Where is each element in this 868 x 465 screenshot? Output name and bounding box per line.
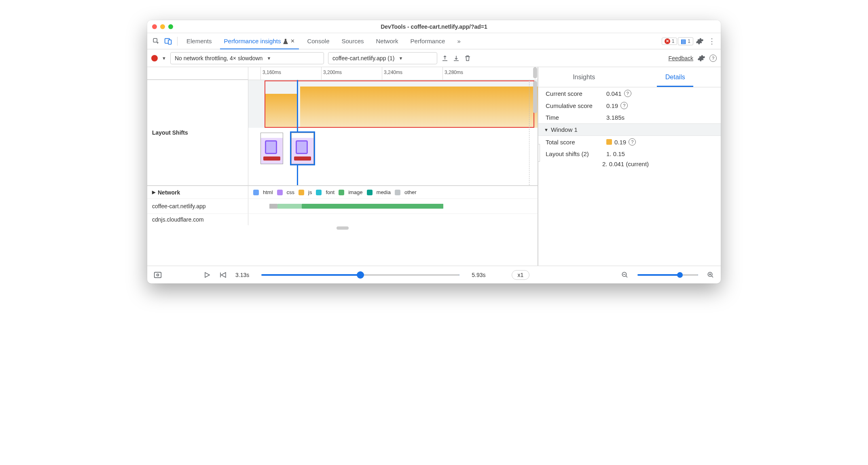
square-icon [606,139,612,145]
time-marker-dashed [529,80,529,185]
ruler-tick: 3,240ms [382,67,404,80]
scrollbar[interactable] [533,81,537,113]
time-ruler[interactable]: 3,160ms 3,200ms 3,240ms 3,280ms [248,67,538,80]
layout-shifts-count-label: Layout shifts (2) [546,150,602,157]
traffic-lights [152,24,173,29]
ruler-tick: 3,280ms [442,67,465,80]
layout-shifts-track[interactable] [248,80,538,185]
details-pane: › Insights Details Current score 0.041? … [538,67,721,266]
settings-icon[interactable] [694,36,705,47]
legend-html-icon [253,190,259,195]
speed-pill[interactable]: x1 [512,270,530,280]
network-legend: html css js font image media other [248,186,538,199]
time-end: 5.93s [472,272,485,278]
help-icon[interactable]: ? [620,102,628,109]
ruler-tick: 3,160ms [260,67,283,80]
throttling-select[interactable]: No network throttling, 4× slowdown▼ [170,52,324,64]
window-title: DevTools - coffee-cart.netlify.app/?ad=1 [147,23,721,30]
cumulative-score-value: 0.19 [606,102,618,109]
playback-footer: 3.13s 5.93s x1 [147,266,721,283]
layout-shift-item[interactable]: 1. 0.15 [606,150,625,157]
zoom-out-icon[interactable] [621,271,629,279]
layout-shift-item[interactable]: 2. 0.041 (current) [538,160,721,168]
current-score-label: Current score [546,90,602,97]
more-icon[interactable]: ⋮ [706,36,718,47]
recording-select[interactable]: coffee-cart.netlify.app (1)▼ [328,52,437,64]
svg-rect-3 [155,272,161,277]
tab-elements[interactable]: Elements [181,33,218,49]
tabs-overflow[interactable]: » [451,33,466,49]
time-value: 3.185s [606,114,625,121]
horizontal-scrollbar[interactable] [147,225,538,231]
legend-js-icon [299,190,304,195]
rewind-icon[interactable] [219,272,227,278]
issues-icon: ▤ [681,38,686,44]
tab-sources[interactable]: Sources [336,33,369,49]
panel-settings-icon[interactable] [697,54,705,62]
timeline-pane: 3,160ms 3,200ms 3,240ms 3,280ms Layout S… [147,67,538,266]
tab-close-icon[interactable]: ✕ [290,38,295,44]
delete-icon[interactable] [464,55,471,62]
play-icon[interactable] [204,272,210,278]
record-dropdown[interactable]: ▼ [162,56,166,61]
tab-details[interactable]: Details [630,67,721,87]
devtools-window: DevTools - coffee-cart.netlify.app/?ad=1… [147,20,721,283]
layout-shifts-row: Layout Shifts [147,80,538,186]
device-toolbar-icon[interactable] [163,36,174,47]
inspect-element-icon[interactable] [150,36,162,47]
import-icon[interactable] [453,55,460,62]
feedback-link[interactable]: Feedback [669,55,693,61]
close-window-button[interactable] [152,24,157,29]
svg-rect-2 [168,40,171,44]
record-button[interactable] [151,55,158,61]
tab-network[interactable]: Network [370,33,404,49]
help-icon[interactable]: ? [709,55,717,62]
legend-media-icon [367,190,373,195]
time-label: Time [546,114,602,121]
titlebar: DevTools - coffee-cart.netlify.app/?ad=1 [147,20,721,33]
screenshot-thumb-selected[interactable] [291,133,314,164]
tab-insights[interactable]: Insights [538,67,630,87]
network-bar[interactable] [253,202,533,210]
window-section-header[interactable]: ▼ Window 1 [538,123,721,136]
legend-image-icon [339,190,344,195]
tab-performance-insights[interactable]: Performance insights ✕ [218,33,301,49]
time-start: 3.13s [235,272,249,278]
ruler-tick: 3,200ms [321,67,343,80]
layout-shifts-label: Layout Shifts [147,80,248,185]
layout-shift-bar[interactable] [265,94,298,128]
total-score-value: 0.19 [614,139,626,146]
network-host[interactable]: coffee-cart.netlify.app [147,199,248,213]
network-label: Network [158,189,180,196]
zoom-slider[interactable] [637,274,698,276]
screenshot-thumb[interactable] [260,133,283,164]
main-content: 3,160ms 3,200ms 3,240ms 3,280ms Layout S… [147,67,721,266]
total-score-label: Total score [546,139,602,146]
legend-css-icon [277,190,283,195]
time-slider[interactable] [261,274,459,276]
error-count-badge[interactable]: ✕ 1 [662,38,677,45]
error-icon: ✕ [665,38,670,44]
issues-count-badge[interactable]: ▤ 1 [678,37,693,45]
help-icon[interactable]: ? [624,90,631,97]
network-host[interactable]: cdnjs.cloudflare.com [147,214,248,225]
minimize-window-button[interactable] [160,24,165,29]
current-score-value: 0.041 [606,90,622,97]
flask-icon [283,38,288,44]
zoom-in-icon[interactable] [707,271,714,279]
svg-point-4 [157,274,159,276]
collapse-icon: ▼ [544,127,548,132]
tab-console[interactable]: Console [301,33,335,49]
expand-icon[interactable]: ▶ [152,190,155,195]
help-icon[interactable]: ? [629,138,636,146]
maximize-window-button[interactable] [168,24,173,29]
panel-expand-handle[interactable]: › [538,144,540,162]
layout-shift-bar[interactable] [300,87,538,128]
tab-performance[interactable]: Performance [405,33,451,49]
export-icon[interactable] [441,55,449,62]
toolbar: ▼ No network throttling, 4× slowdown▼ co… [147,49,721,67]
scrollbar[interactable] [533,67,537,78]
preview-toggle-icon[interactable] [154,271,162,279]
main-tabs: Elements Performance insights ✕ Console … [147,33,721,49]
legend-other-icon [395,190,400,195]
